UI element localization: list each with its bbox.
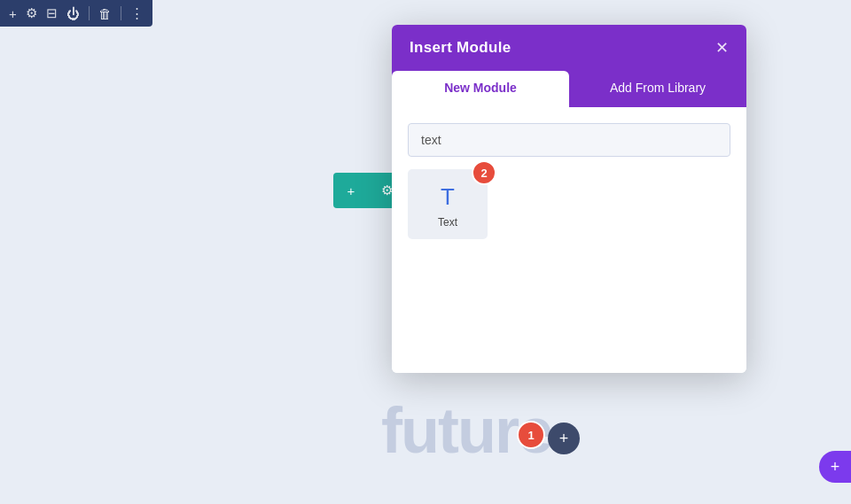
add-row-button[interactable]: + — [333, 173, 369, 208]
gear-icon[interactable]: ⚙ — [26, 5, 37, 21]
more-icon[interactable]: ⋮ — [130, 5, 144, 21]
tab-new-module[interactable]: New Module — [392, 71, 569, 107]
copy-icon[interactable]: ⊟ — [46, 5, 58, 21]
modal-tabs: New Module Add From Library — [392, 71, 746, 107]
top-toolbar: + ⚙ ⊟ ⏻ 🗑 ⋮ — [0, 0, 152, 27]
module-search-input[interactable] — [408, 123, 730, 157]
add-circle-button[interactable]: + — [548, 423, 580, 454]
badge-2: 2 — [472, 160, 496, 185]
tab-add-from-library[interactable]: Add From Library — [569, 71, 746, 107]
module-grid: T Text 2 — [408, 169, 730, 239]
toolbar-divider-2 — [121, 6, 121, 20]
insert-module-modal: Insert Module ✕ New Module Add From Libr… — [392, 25, 746, 373]
modal-title: Insert Module — [410, 39, 511, 57]
text-module-icon: T — [441, 183, 455, 211]
trash-icon[interactable]: 🗑 — [98, 6, 112, 21]
add-icon[interactable]: + — [9, 6, 17, 21]
text-module-label: Text — [438, 216, 457, 229]
toolbar-divider — [89, 6, 90, 20]
modal-header: Insert Module ✕ — [392, 25, 746, 71]
modal-close-button[interactable]: ✕ — [715, 40, 729, 56]
modal-body: T Text 2 — [392, 107, 746, 373]
right-add-button[interactable]: + — [819, 451, 851, 483]
module-item-text[interactable]: T Text 2 — [408, 169, 488, 239]
power-icon[interactable]: ⏻ — [66, 6, 80, 21]
badge-1: 1 — [517, 421, 545, 449]
